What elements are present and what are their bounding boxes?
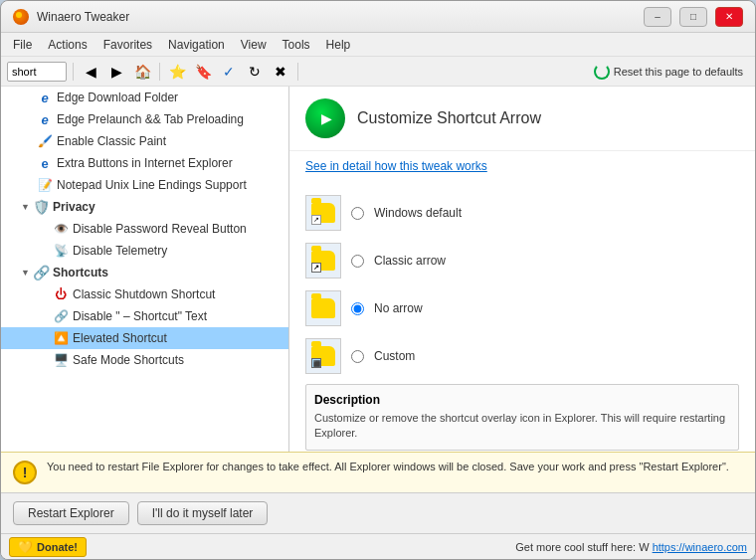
warning-text: You need to restart File Explorer for ch… xyxy=(47,461,729,472)
label-no-arrow[interactable]: No arrow xyxy=(374,301,423,315)
notepad-icon: 📝 xyxy=(37,177,53,193)
winaero-link[interactable]: https://winaero.com xyxy=(653,541,747,553)
option-classic-arrow: ↗ Classic arrow xyxy=(305,241,739,280)
tweak-content: See in detail how this tweak works ↗ Win… xyxy=(289,151,755,452)
later-button[interactable]: I'll do it myself later xyxy=(137,501,269,525)
label-windows-default[interactable]: Windows default xyxy=(374,206,462,220)
telemetry-icon: 📡 xyxy=(53,243,69,259)
app-icon xyxy=(13,9,29,25)
menu-actions[interactable]: Actions xyxy=(40,36,94,54)
option-icon-windows-default: ↗ xyxy=(305,195,341,231)
option-icon-no-arrow xyxy=(305,290,341,326)
power-icon: ⏻ xyxy=(53,286,69,302)
tweak-header: Customize Shortcut Arrow xyxy=(289,87,755,151)
edge-icon-2: e xyxy=(37,111,53,127)
toolbar: ◀ ▶ 🏠 ⭐ 🔖 ✓ ↻ ✖ Reset this page to defau… xyxy=(1,57,755,87)
detail-link[interactable]: See in detail how this tweak works xyxy=(305,159,487,173)
minimize-button[interactable]: – xyxy=(644,7,671,27)
radio-custom[interactable] xyxy=(351,350,364,363)
arrow-overlay-default: ↗ xyxy=(311,215,321,225)
tree-item-safe-mode[interactable]: 🖥️ Safe Mode Shortcuts xyxy=(1,349,288,371)
restart-explorer-button[interactable]: Restart Explorer xyxy=(13,501,129,525)
option-icon-custom: ⬛ xyxy=(305,338,341,374)
window-controls: – □ ✕ xyxy=(644,7,743,27)
warning-bar: ! You need to restart File Explorer for … xyxy=(1,452,755,492)
tree-item-elevated-shortcut[interactable]: 🔼 Elevated Shortcut xyxy=(1,327,288,349)
window-title: Winaero Tweaker xyxy=(37,10,644,24)
status-right-text: Get more cool stuff here: W https://wina… xyxy=(94,541,747,553)
option-no-arrow: No arrow xyxy=(305,288,739,328)
shortcut-text-icon: 🔗 xyxy=(53,308,69,324)
bookmark-gold-button[interactable]: ⭐ xyxy=(166,61,188,83)
menu-bar: File Actions Favorites Navigation View T… xyxy=(1,33,755,57)
privacy-label: Privacy xyxy=(53,200,95,214)
tree-item-shortcut-text[interactable]: 🔗 Disable " – Shortcut" Text xyxy=(1,305,288,327)
menu-file[interactable]: File xyxy=(5,36,40,54)
tree-item-notepad[interactable]: 📝 Notepad Unix Line Endings Support xyxy=(1,174,288,196)
safemode-icon: 🖥️ xyxy=(53,352,69,368)
stop-button[interactable]: ✖ xyxy=(270,61,291,83)
maximize-button[interactable]: □ xyxy=(679,7,707,27)
status-bar: 💛 Donate! Get more cool stuff here: W ht… xyxy=(1,533,755,559)
warning-icon: ! xyxy=(13,461,37,484)
donate-icon: 💛 xyxy=(18,540,33,554)
get-more-text: Get more cool stuff here: W xyxy=(515,541,649,553)
shortcuts-expand-arrow: ▼ xyxy=(21,268,33,278)
description-text: Customize or remove the shortcut overlay… xyxy=(314,411,730,442)
menu-navigation[interactable]: Navigation xyxy=(160,36,233,54)
search-input[interactable] xyxy=(7,62,67,82)
tree-item-ie-buttons[interactable]: e Extra Buttons in Internet Explorer xyxy=(1,152,288,174)
option-windows-default: ↗ Windows default xyxy=(305,193,739,233)
edge-icon: e xyxy=(37,90,53,105)
tree-item-classic-paint[interactable]: 🖌️ Enable Classic Paint xyxy=(1,130,288,152)
menu-help[interactable]: Help xyxy=(318,36,359,54)
tweak-title: Customize Shortcut Arrow xyxy=(357,109,541,127)
radio-classic-arrow[interactable] xyxy=(351,255,364,268)
back-button[interactable]: ◀ xyxy=(80,61,101,83)
right-panel: Customize Shortcut Arrow See in detail h… xyxy=(289,87,755,452)
label-classic-arrow[interactable]: Classic arrow xyxy=(374,254,446,268)
ie-icon: e xyxy=(37,155,53,171)
eye-icon: 👁️ xyxy=(53,221,69,237)
tree-item-classic-shutdown[interactable]: ⏻ Classic Shutdown Shortcut xyxy=(1,283,288,305)
close-button[interactable]: ✕ xyxy=(715,7,743,27)
label-custom[interactable]: Custom xyxy=(374,349,415,363)
tree-item-password-reveal[interactable]: 👁️ Disable Password Reveal Button xyxy=(1,218,288,240)
forward-button[interactable]: ▶ xyxy=(105,61,127,83)
elevated-icon: 🔼 xyxy=(53,330,69,346)
reset-label: Reset this page to defaults xyxy=(614,66,743,78)
home-button[interactable]: 🏠 xyxy=(131,61,153,83)
donate-button[interactable]: 💛 Donate! xyxy=(9,537,87,557)
separator-2 xyxy=(159,63,160,81)
section-privacy[interactable]: ▼ 🛡️ Privacy xyxy=(1,196,288,218)
arrow-overlay-custom: ⬛ xyxy=(311,358,321,368)
paint-icon: 🖌️ xyxy=(37,133,53,149)
separator-3 xyxy=(297,63,298,81)
radio-windows-default[interactable] xyxy=(351,207,364,220)
title-bar: Winaero Tweaker – □ ✕ xyxy=(1,1,755,33)
refresh-button[interactable]: ↻ xyxy=(244,61,266,83)
menu-tools[interactable]: Tools xyxy=(275,36,318,54)
arrow-overlay-classic: ↗ xyxy=(311,263,321,273)
option-custom: ⬛ Custom xyxy=(305,336,739,376)
option-icon-classic-arrow: ↗ xyxy=(305,243,341,279)
donate-label: Donate! xyxy=(37,541,78,553)
description-title: Description xyxy=(314,393,730,407)
shortcuts-label: Shortcuts xyxy=(53,266,108,280)
separator-1 xyxy=(73,63,74,81)
tree-item-edge-download[interactable]: e Edge Download Folder xyxy=(1,87,288,108)
section-shortcuts[interactable]: ▼ 🔗 Shortcuts xyxy=(1,262,288,283)
tree-item-telemetry[interactable]: 📡 Disable Telemetry xyxy=(1,240,288,262)
menu-view[interactable]: View xyxy=(233,36,275,54)
tree-item-edge-prelaunch[interactable]: e Edge Prelaunch && Tab Preloading xyxy=(1,108,288,130)
description-box: Description Customize or remove the shor… xyxy=(305,384,739,451)
radio-no-arrow[interactable] xyxy=(351,302,364,315)
left-panel: e Edge Download Folder e Edge Prelaunch … xyxy=(1,87,289,452)
reset-defaults-button[interactable]: Reset this page to defaults xyxy=(588,62,749,82)
tweak-icon xyxy=(305,98,345,138)
bookmark-blue-button[interactable]: 🔖 xyxy=(192,61,214,83)
menu-favorites[interactable]: Favorites xyxy=(95,36,160,54)
privacy-expand-arrow: ▼ xyxy=(21,202,33,212)
main-window: Winaero Tweaker – □ ✕ File Actions Favor… xyxy=(0,0,756,560)
nav-blue-button[interactable]: ✓ xyxy=(218,61,240,83)
